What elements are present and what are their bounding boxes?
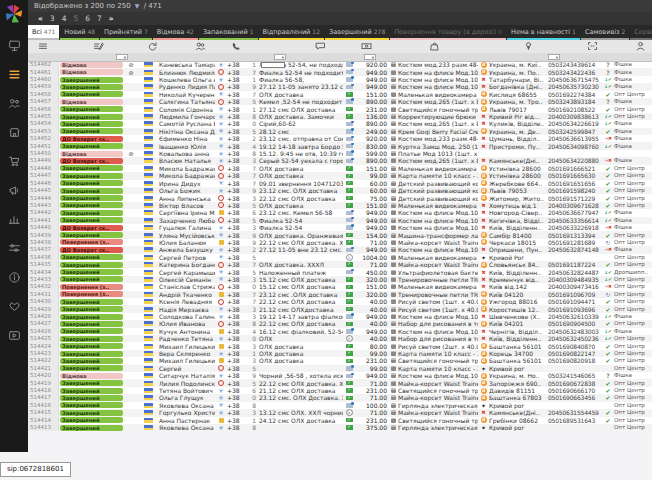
order-row[interactable]: 514421 Завершений Сергей +38 5 99.00 Кар… [28, 365, 652, 372]
last-page-button[interactable]: » [109, 12, 114, 25]
sidebar-item-orders-icon[interactable] [0, 60, 28, 89]
order-row[interactable]: 514462 Відмова ⊘ Каневська Тамара .. ✳ +… [28, 61, 652, 68]
page-button[interactable]: 4 [62, 12, 67, 25]
order-row[interactable]: 514424 Завершений Михаил Гилецький +38 3… [28, 342, 652, 349]
sidebar-item-clients-icon[interactable] [0, 89, 28, 118]
edit-status-icon[interactable] [93, 41, 104, 52]
product-icon [391, 240, 396, 245]
order-row[interactable]: 514454 Завершений Самотій Руслана Во.. ✳… [28, 120, 652, 127]
sidebar-item-monitor-icon[interactable] [0, 31, 28, 60]
order-row[interactable]: 514437 ДО Возврат ск.. Анжела Безушку ✳ … [28, 246, 652, 253]
order-row[interactable]: 514452 ДО Возврат ск.. Єфименко Ніна ✳ +… [28, 135, 652, 142]
tab-Відмова[interactable]: Відмова42 [153, 25, 198, 40]
tab-Всі[interactable]: Всі471 [28, 25, 59, 40]
order-row[interactable]: 514414 Завершений Анна Пастернак +38 1 2… [28, 417, 652, 424]
order-row[interactable]: 514460 Завершений Кошелева Ольга Ар.. ✳ … [28, 76, 652, 83]
manager-icon[interactable] [635, 41, 646, 52]
sidebar-item-megaphone-icon[interactable] [0, 176, 28, 205]
refresh-icon[interactable] [147, 41, 158, 52]
phone-filter-dropdown[interactable]: ▾ [274, 54, 286, 60]
order-row[interactable]: 514438 Повернення (з.. Юлия Баланюк +38 … [28, 239, 652, 246]
sidebar-item-store-icon[interactable] [0, 118, 28, 147]
order-row[interactable]: 514427 Завершений Юлия Иванова +38 8 22.… [28, 320, 652, 327]
clients-icon[interactable] [195, 41, 206, 52]
orders-list-icon[interactable] [38, 41, 49, 52]
order-row[interactable]: 514417 Завершений Ольга Глущук ✳ +38 0 2… [28, 394, 652, 401]
tab-Повернення товару (в дорозі)[interactable]: Повернення товару (в дорозі)0 [390, 25, 506, 40]
page-button[interactable]: 6 [85, 12, 90, 25]
sidebar-item-cart-icon[interactable] [0, 147, 28, 176]
payment-icon[interactable] [361, 41, 372, 52]
order-row[interactable]: 514433 Завершений Олексій Семанін ✳ +38 … [28, 276, 652, 283]
sidebar-item-stats-icon[interactable] [0, 205, 28, 234]
page-button[interactable]: 3 [50, 12, 55, 25]
order-row[interactable]: 514448 Завершений Микола Бадражан +38 7 … [28, 165, 652, 172]
tab-Відправлений[interactable]: Відправлений12 [259, 25, 324, 40]
order-row[interactable]: 514432 Повернення (з.. Станіслав Стрижак… [28, 283, 652, 290]
tab-Сервіси[interactable]: Сервіси0 [630, 25, 652, 40]
order-row[interactable]: 514439 Завершений Уляна Мусійовська ✳ +3… [28, 231, 652, 238]
order-row[interactable]: 514455 Завершений Людмила Гончарова ✳ +3… [28, 113, 652, 120]
order-row[interactable]: 514434 Завершений Сергей Карамышев ✳ +38… [28, 268, 652, 275]
order-row[interactable]: 514422 Завершений Михаил Гилецький +38 3… [28, 357, 652, 364]
order-row[interactable]: 514430 Завершений Ксенія Левадняя +38 7 … [28, 298, 652, 305]
tab-Новий[interactable]: Новий48 [60, 25, 99, 40]
status-filter-dropdown[interactable]: ▾ [116, 54, 128, 60]
order-row[interactable]: 514443 Завершений Віктор Власов +38 5 ОЛ… [28, 202, 652, 209]
order-row[interactable]: 514435 Завершений Катерина Богданова +38… [28, 261, 652, 268]
comment-filter-dropdown[interactable]: ▾ [364, 54, 376, 60]
order-row[interactable]: 514429 Завершений Надія Мерзаєва ✳ +38 3… [28, 305, 652, 312]
sidebar-item-sliders-icon[interactable] [0, 234, 28, 263]
order-row[interactable]: 514416 Завершений Яковлева Оксана ✳ +38 … [28, 402, 652, 409]
order-row[interactable]: 514436 Завершений Сергей Петров ✳ +38 5 … [28, 254, 652, 261]
tracking-icon[interactable] [587, 41, 598, 52]
products-icon[interactable] [429, 41, 440, 52]
order-row[interactable]: 514415 Завершений Горгулько Христина.. ✳… [28, 409, 652, 416]
order-row[interactable]: 514423 Завершений Вера Скляренко ✳ +38 1… [28, 350, 652, 357]
order-row[interactable]: 514447 Завершений Микола Бадражан +38 7 … [28, 172, 652, 179]
page-button[interactable]: 5 [73, 12, 78, 25]
first-page-button[interactable]: « [38, 12, 43, 25]
order-row[interactable]: 514431 Повернення (з.. Андрій Ткаченко +… [28, 291, 652, 298]
order-row[interactable]: 514428 Завершений Солодкова Галина В.. ✳… [28, 313, 652, 320]
phone-icon[interactable] [231, 41, 242, 52]
order-row[interactable]: 514442 Завершений Сергіївна Ірина Ми.. +… [28, 209, 652, 216]
address-filter-dropdown[interactable]: ▾ [548, 54, 560, 60]
tab-Нема в наявності[interactable]: Нема в наявності1 [507, 25, 580, 40]
order-row[interactable]: 514449 ДО Возврат ск.. Власюк Наталья ✳ … [28, 157, 652, 164]
comments-icon[interactable] [315, 41, 326, 52]
tab-Самовивіз[interactable]: Самовивіз2 [581, 25, 629, 40]
order-row[interactable]: 514445 Завершений Ольга Божик ✳ +38 9 23… [28, 187, 652, 194]
order-row[interactable]: 514458 Завершений Николай Кучеренко ✳ +3… [28, 91, 652, 98]
order-row[interactable]: 514451 Завершений Іващенко Юлія ✳ +38 4 … [28, 142, 652, 149]
order-row[interactable]: 514453 Завершений Нікітіна Оксана Дми.. … [28, 128, 652, 135]
range-dropdown-icon[interactable]: ▼ [135, 2, 140, 9]
order-row[interactable]: 514425 Завершений Радченко Тетяна ✳ +38 … [28, 335, 652, 342]
order-row[interactable]: 514418 Завершений Тетяна Войтович ✳ +38 … [28, 387, 652, 394]
sidebar-item-video-icon[interactable] [0, 321, 28, 350]
order-total: 949.00 [355, 313, 390, 320]
order-row[interactable]: 514419 Завершений Лилия Подолинская +38 … [28, 379, 652, 386]
order-row[interactable]: 514456 Завершений Соломія Сідоніна ✳ +38… [28, 105, 652, 112]
order-row[interactable]: 514440 ДО Возврат ск.. Гуцалюк Галина ✳ … [28, 224, 652, 231]
order-row[interactable]: 514446 Завершений Ирина Дидух ✳ +38 7 09… [28, 180, 652, 187]
sidebar-item-care-icon[interactable] [0, 292, 28, 321]
address-icon[interactable] [523, 41, 534, 52]
sidebar-item-info-icon[interactable] [0, 263, 28, 292]
page-button[interactable]: 7 [97, 12, 102, 25]
order-row[interactable]: 514426 Завершений Кучук Антонина +38 4 1… [28, 328, 652, 335]
tab-Запакований[interactable]: Запакований1 [199, 25, 258, 40]
order-row[interactable]: 514459 Завершений Руденко Лидия Пав.. +3… [28, 83, 652, 90]
order-row[interactable]: 514441 Завершений Захарченко Люба +38 5 … [28, 217, 652, 224]
order-row[interactable]: 514444 Завершений Анна Липенська +38 3 2… [28, 194, 652, 201]
order-row[interactable]: 514457 Відмова Салєгина Татьяна С.. +38 … [28, 98, 652, 105]
delivery-service-icon: d [481, 106, 487, 112]
order-row[interactable]: 514461 Відмова ⊘ Близнюк Людмила .. +38 … [28, 68, 652, 75]
order-row[interactable]: 514420 Відмова Ситарчук Наталія Гр.. ✳ +… [28, 372, 652, 379]
order-row[interactable]: 514450 Відмова ⊘ Ковальова анна ✳ +38 8 … [28, 150, 652, 157]
order-row[interactable]: 514413 Завершений Яковлева Оксана ✳ +38 … [28, 424, 652, 431]
tab-Прийнятий[interactable]: Прийнятий7 [100, 25, 152, 40]
app-logo[interactable] [3, 3, 25, 25]
tab-Завершений[interactable]: Завершений278 [325, 25, 389, 40]
phone-edit-box[interactable] [261, 62, 285, 68]
